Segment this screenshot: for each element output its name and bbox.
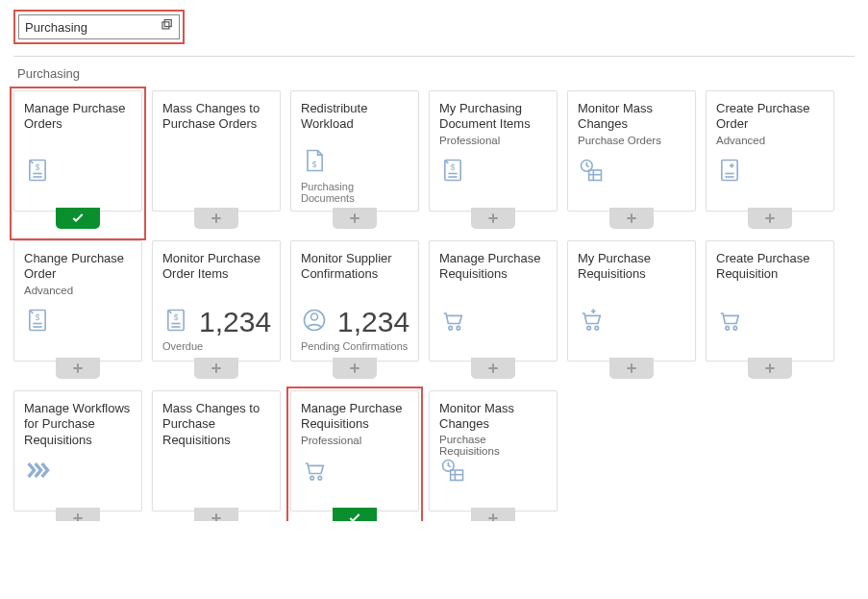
tile-subtitle: Professional — [301, 435, 409, 448]
tile-subtitle — [578, 285, 685, 298]
clock-table-icon — [578, 157, 605, 187]
tile-selected-badge[interactable] — [333, 508, 377, 521]
tile-footer — [162, 190, 270, 203]
tile-footer — [24, 190, 132, 203]
tile-add-button[interactable] — [333, 208, 377, 229]
tile[interactable]: Change Purchase OrderAdvanced — [13, 240, 142, 362]
tile[interactable]: Monitor Supplier Confirmations1,234Pendi… — [290, 240, 419, 362]
tile-body — [439, 298, 547, 337]
tile-body — [162, 148, 270, 187]
tile-body: 1,234 — [162, 298, 270, 337]
tile-title: Monitor Supplier Confirmations — [301, 251, 409, 283]
tile-add-button[interactable] — [471, 508, 515, 521]
tile-footer — [439, 490, 547, 503]
tile[interactable]: Mass Changes to Purchase Orders — [152, 90, 281, 212]
tile-subtitle: Advanced — [716, 135, 824, 148]
tile-body — [578, 298, 685, 337]
tile[interactable]: My Purchasing Document ItemsProfessional — [429, 90, 558, 212]
tile-title: Manage Workflows for Purchase Requisitio… — [24, 401, 132, 441]
tile[interactable]: Monitor Mass ChangesPurchase Requisition… — [429, 390, 558, 512]
tile-body — [301, 147, 409, 177]
tile-title: Manage Purchase Requisitions — [439, 251, 547, 283]
tile-add-button[interactable] — [609, 208, 654, 229]
tile-add-button[interactable] — [748, 208, 792, 229]
tile-add-button[interactable] — [56, 508, 100, 521]
tile-subtitle — [162, 450, 270, 463]
tile[interactable]: Monitor Purchase Order Items1,234Overdue — [152, 240, 281, 362]
tile-subtitle: Professional — [439, 135, 547, 148]
tile-body — [162, 463, 270, 487]
tile-subtitle: Purchase Orders — [578, 135, 685, 148]
search-value: Purchasing — [25, 20, 87, 35]
divider — [13, 56, 855, 57]
tile[interactable]: Create Purchase OrderAdvanced — [706, 90, 834, 212]
tile-title: Monitor Mass Changes — [439, 401, 547, 432]
tile[interactable]: Mass Changes to Purchase Requisitions — [152, 390, 281, 512]
tile-subtitle — [162, 285, 270, 298]
tile-subtitle — [24, 443, 132, 457]
tile-subtitle: Advanced — [24, 285, 132, 298]
tile-add-button[interactable] — [56, 358, 100, 379]
tile-selected-badge[interactable] — [56, 208, 100, 229]
tile-body — [24, 148, 132, 187]
tile-title: Create Purchase Requisition — [716, 251, 824, 283]
tile-title: Create Purchase Order — [716, 101, 824, 133]
tile-footer: Purchasing Documents — [301, 181, 409, 203]
tile[interactable]: Create Purchase Requisition — [706, 240, 834, 362]
clock-table-icon — [439, 457, 466, 487]
tile-add-button[interactable] — [194, 508, 238, 521]
tile-add-button[interactable] — [471, 208, 515, 229]
tile-add-button[interactable] — [748, 358, 792, 379]
tile[interactable]: Manage Purchase Orders — [13, 90, 142, 212]
tile[interactable]: Manage Purchase RequisitionsProfessional — [290, 390, 419, 512]
tile-body: 1,234 — [301, 298, 409, 337]
tile-subtitle: Purchase Requisitions — [439, 434, 547, 457]
tile-subtitle — [716, 285, 824, 298]
tile-footer — [24, 340, 132, 353]
svg-rect-0 — [162, 21, 169, 28]
chevrons-icon — [24, 457, 51, 487]
tile-title: Redistribute Workload — [301, 101, 409, 132]
tile-body — [716, 298, 824, 337]
tile-add-button[interactable] — [471, 358, 515, 379]
tile-footer — [716, 340, 824, 353]
doc-dollar-plain-icon — [301, 147, 328, 177]
search-input[interactable]: Purchasing — [18, 14, 180, 39]
cart-plus-icon — [578, 307, 605, 337]
tile-title: Monitor Purchase Order Items — [162, 251, 270, 283]
tile[interactable]: Redistribute WorkloadPurchasing Document… — [290, 90, 419, 212]
doc-dollar-icon — [24, 157, 51, 187]
search-highlight-box: Purchasing — [13, 10, 185, 44]
tile-title: Manage Purchase Requisitions — [301, 401, 409, 433]
tile-footer — [24, 490, 132, 503]
tile-footer — [578, 340, 685, 353]
tile[interactable]: Manage Workflows for Purchase Requisitio… — [13, 390, 142, 512]
tile-add-button[interactable] — [194, 358, 238, 379]
tile-add-button[interactable] — [333, 358, 377, 379]
tile-grid: Manage Purchase OrdersMass Changes to Pu… — [13, 90, 855, 512]
tile-body — [301, 448, 409, 487]
doc-dollar-icon — [162, 307, 189, 337]
tile[interactable]: Monitor Mass ChangesPurchase Orders — [567, 90, 696, 212]
tile-add-button[interactable] — [609, 358, 654, 379]
person-icon — [301, 307, 328, 337]
doc-dollar-icon — [24, 307, 51, 337]
tile-add-button[interactable] — [194, 208, 238, 229]
cart-icon — [716, 307, 743, 337]
tile-subtitle — [439, 285, 547, 298]
tile-title: My Purchasing Document Items — [439, 101, 547, 133]
group-title: Purchasing — [17, 66, 855, 81]
tile-body — [578, 148, 685, 187]
tile[interactable]: Manage Purchase Requisitions — [429, 240, 558, 362]
tile[interactable]: My Purchase Requisitions — [567, 240, 696, 362]
tile-kpi: 1,234 — [199, 308, 271, 337]
tile-kpi: 1,234 — [337, 308, 409, 337]
tile-body — [24, 457, 132, 487]
tile-subtitle — [301, 285, 409, 298]
tile-footer — [439, 340, 547, 353]
tile-body — [439, 148, 547, 187]
tile-title: Mass Changes to Purchase Orders — [162, 101, 270, 133]
tile-footer: Pending Confirmations — [301, 340, 409, 353]
tile-body — [24, 298, 132, 337]
doc-dollar-icon — [439, 157, 466, 187]
